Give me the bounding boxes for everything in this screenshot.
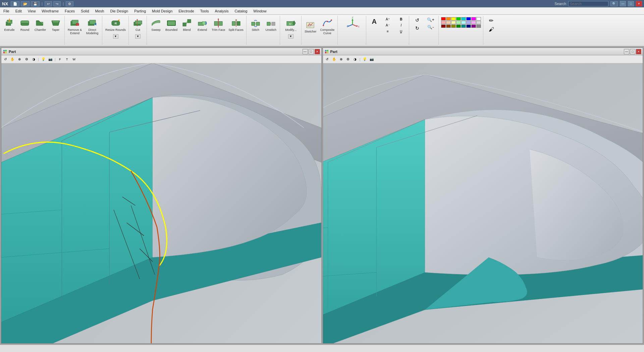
menu-parting[interactable]: Parting: [131, 8, 149, 14]
resize-rounds-dropdown[interactable]: ▼: [113, 34, 118, 39]
vp-left-camera-icon[interactable]: 📷: [47, 56, 54, 63]
remove-extend-button[interactable]: Remove &Extend: [66, 16, 83, 36]
viewport-right-content[interactable]: [323, 63, 643, 343]
vp-left-lights-icon[interactable]: 💡: [40, 56, 47, 63]
vp-right-rotate-icon[interactable]: ↺: [324, 56, 330, 63]
menu-catalog[interactable]: Catalog: [232, 8, 250, 14]
vp-right-settings-icon[interactable]: ⚙: [345, 56, 352, 63]
color-light-green[interactable]: [456, 21, 461, 24]
underline-button[interactable]: U̲: [395, 28, 408, 34]
chamfer-button[interactable]: Chamfer: [33, 16, 48, 33]
bounded-button[interactable]: Bounded: [164, 16, 179, 33]
menu-edit[interactable]: Edit: [13, 8, 24, 14]
menu-mesh[interactable]: Mesh: [93, 8, 107, 14]
composite-curve-button[interactable]: CompositeCurve: [319, 16, 336, 36]
close-window-button[interactable]: ✕: [636, 1, 642, 6]
color-dark-magenta[interactable]: [471, 24, 476, 28]
vp-left-view-front-button[interactable]: F: [57, 56, 63, 63]
bold-button[interactable]: B: [395, 16, 408, 22]
color-magenta[interactable]: [471, 17, 476, 20]
open-button[interactable]: 📂: [21, 1, 30, 6]
font-size-up-button[interactable]: A⁺: [381, 16, 394, 22]
viewport-right-minimize-button[interactable]: —: [624, 49, 629, 54]
color-yellow[interactable]: [451, 17, 456, 20]
color-dark-green[interactable]: [456, 24, 461, 28]
taper-button[interactable]: Taper: [48, 16, 63, 33]
menu-window[interactable]: Window: [251, 8, 269, 14]
vp-left-shading-icon[interactable]: ◑: [30, 56, 37, 63]
modify-dropdown[interactable]: ▼: [288, 34, 293, 39]
search-icon[interactable]: 🔍: [610, 1, 618, 6]
color-blue[interactable]: [466, 17, 471, 20]
rotate-cw-button[interactable]: ↻: [411, 24, 424, 32]
menu-file[interactable]: File: [1, 8, 12, 14]
new-button[interactable]: 📄: [11, 1, 19, 6]
color-dark-orange[interactable]: [446, 24, 451, 28]
color-light-gray[interactable]: [476, 21, 481, 24]
viewport-right-maximize-button[interactable]: □: [630, 49, 635, 54]
color-dark-red[interactable]: [441, 24, 446, 28]
color-white[interactable]: [476, 17, 481, 20]
italic-button[interactable]: I: [395, 22, 408, 28]
color-light-blue[interactable]: [466, 21, 471, 24]
text-style-button[interactable]: A: [368, 16, 381, 26]
color-light-yellow[interactable]: [451, 21, 456, 24]
extend-button[interactable]: Extend: [195, 16, 210, 33]
unstitch-button[interactable]: Unstitch: [264, 16, 278, 33]
vp-left-view-top-button[interactable]: T: [64, 56, 70, 63]
vp-right-pan-icon[interactable]: ✋: [331, 56, 337, 63]
modify-button[interactable]: M Modify...: [282, 16, 300, 33]
color-light-cyan[interactable]: [461, 21, 466, 24]
font-size-down-button[interactable]: A⁻: [381, 22, 394, 28]
menu-die-design[interactable]: Die Design: [107, 8, 131, 14]
viewport-left-close-button[interactable]: ✕: [315, 49, 320, 54]
color-dark-cyan[interactable]: [461, 24, 466, 28]
pen-tool-button[interactable]: ✏: [485, 16, 498, 25]
color-red[interactable]: [441, 17, 446, 20]
color-olive[interactable]: [451, 24, 456, 28]
color-orange[interactable]: [446, 17, 451, 20]
color-cyan[interactable]: [461, 17, 466, 20]
viewport-left-minimize-button[interactable]: —: [303, 49, 308, 54]
stitch-button[interactable]: Stitch: [248, 16, 263, 33]
extrude-button[interactable]: Extrude: [2, 16, 17, 33]
search-input[interactable]: [568, 1, 608, 6]
viewport-left-content[interactable]: [1, 63, 321, 343]
vp-left-zoom-icon[interactable]: ⊕: [16, 56, 23, 63]
vp-right-camera-icon[interactable]: 📷: [368, 56, 375, 63]
zoom-out-button[interactable]: 🔍-: [424, 24, 437, 31]
color-light-red[interactable]: [441, 21, 446, 24]
menu-mold-design[interactable]: Mold Design: [149, 8, 175, 14]
trim-face-button[interactable]: Trim Face: [210, 16, 226, 33]
blend-button[interactable]: Blend: [179, 16, 194, 33]
menu-tools[interactable]: Tools: [198, 8, 212, 14]
vp-right-zoom-icon[interactable]: ⊕: [338, 56, 344, 63]
viewport-right-close-button[interactable]: ✕: [636, 49, 641, 54]
settings-button[interactable]: ⚙: [66, 1, 73, 6]
menu-view[interactable]: View: [25, 8, 39, 14]
sketcher-button[interactable]: Sketcher: [303, 16, 318, 36]
round-button[interactable]: Round: [17, 16, 32, 33]
menu-electrode[interactable]: Electrode: [176, 8, 197, 14]
viewport-left-maximize-button[interactable]: □: [309, 49, 314, 54]
cut-button[interactable]: Cut: [130, 16, 145, 33]
color-dark-gray[interactable]: [476, 24, 481, 28]
fill-tool-button[interactable]: 🖌: [485, 25, 498, 34]
undo-button[interactable]: ↩: [45, 1, 52, 6]
color-light-orange[interactable]: [446, 21, 451, 24]
zoom-in-button[interactable]: 🔍+: [424, 16, 437, 23]
menu-solid[interactable]: Solid: [78, 8, 92, 14]
color-pink[interactable]: [471, 21, 476, 24]
cut-dropdown[interactable]: ▼: [135, 34, 141, 39]
rotate-ccw-button[interactable]: ↺: [411, 16, 424, 24]
sweep-button[interactable]: Sweep: [149, 16, 163, 33]
vp-left-settings-icon[interactable]: ⚙: [23, 56, 30, 63]
menu-wireframe[interactable]: Wireframe: [39, 8, 61, 14]
save-button[interactable]: 💾: [31, 1, 40, 6]
menu-faces[interactable]: Faces: [62, 8, 77, 14]
menu-analysis[interactable]: Analysis: [212, 8, 231, 14]
minimize-window-button[interactable]: —: [620, 1, 626, 6]
vp-right-shading-icon[interactable]: ◑: [352, 56, 359, 63]
direct-modeling-button[interactable]: DirectModeling: [84, 16, 101, 36]
color-dark-blue[interactable]: [466, 24, 471, 28]
